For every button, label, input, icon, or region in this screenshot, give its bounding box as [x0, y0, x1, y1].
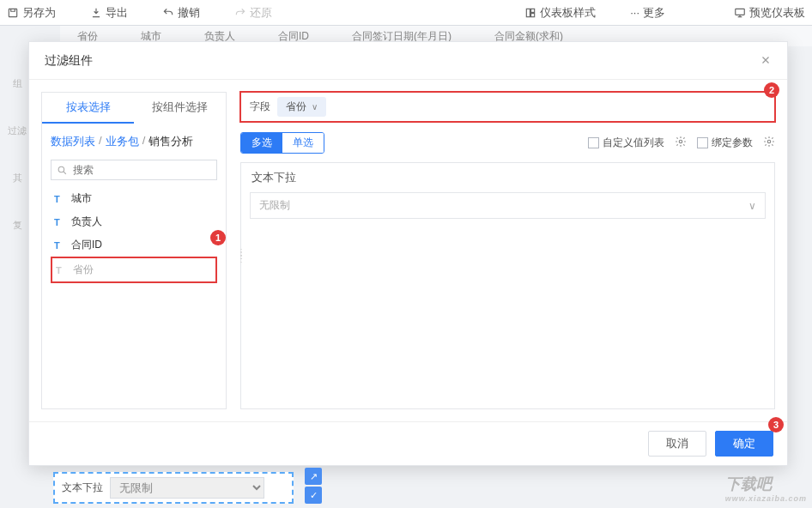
toolbar-undo-label: 撤销 — [178, 5, 200, 21]
single-select-button[interactable]: 单选 — [282, 133, 324, 153]
search-icon — [57, 165, 68, 176]
select-mode-group: 多选 单选 — [240, 132, 324, 154]
toolbar-undo[interactable]: 撤销 — [162, 5, 200, 21]
svg-point-6 — [679, 140, 682, 143]
search-box[interactable] — [51, 160, 217, 180]
toolbar-style-label: 仪表板样式 — [540, 5, 596, 21]
checkbox-label: 自定义值列表 — [603, 136, 664, 150]
filter-modal: 过滤组件 按表选择 按组件选择 数据列表 / 业务包 / 销售分析 — [28, 41, 788, 466]
svg-rect-1 — [526, 9, 530, 16]
background-toolbar: 另存为 导出 撤销 还原 仪表板样式 ··· 更多 预览仪表板 — [0, 0, 812, 26]
bg-widget-label: 文本下拉 — [62, 481, 103, 495]
monitor-icon — [734, 7, 746, 19]
field-selector-row: 字段 省份 ∨ 2 — [240, 92, 775, 122]
panel-resize-handle[interactable]: ⋮⋮⋮ — [237, 251, 245, 261]
more-icon: ··· — [630, 6, 639, 19]
limit-select-value: 无限制 — [259, 198, 290, 213]
left-panel: 按表选择 按组件选择 数据列表 / 业务包 / 销售分析 T — [41, 92, 227, 409]
left-rail-item[interactable]: 组 — [13, 77, 22, 90]
breadcrumb-link[interactable]: 业务包 — [106, 134, 139, 149]
background-filter-widget[interactable]: 文本下拉 无限制 — [53, 472, 294, 504]
tab-by-component[interactable]: 按组件选择 — [134, 93, 226, 124]
field-item-province[interactable]: T 省份 — [51, 257, 217, 283]
toolbar-export[interactable]: 导出 — [90, 5, 128, 21]
content-card: 文本下拉 无限制 ∨ — [240, 162, 775, 409]
left-rail-item[interactable]: 其 — [13, 172, 22, 184]
left-tabs: 按表选择 按组件选择 — [41, 92, 227, 124]
text-type-icon: T — [54, 194, 64, 204]
svg-point-5 — [58, 166, 64, 172]
field-pill-label: 省份 — [286, 100, 306, 114]
bind-param-checkbox[interactable]: 绑定参数 — [697, 136, 753, 150]
bg-widget-actions: ↗ ✓ — [305, 468, 322, 504]
chevron-down-icon: ∨ — [748, 200, 756, 212]
card-title: 文本下拉 — [241, 163, 774, 192]
check-icon[interactable]: ✓ — [305, 487, 322, 504]
ok-button[interactable]: 确定 — [715, 431, 773, 457]
modal-body: 按表选择 按组件选择 数据列表 / 业务包 / 销售分析 T — [29, 80, 787, 421]
custom-value-list-checkbox[interactable]: 自定义值列表 — [588, 136, 664, 150]
svg-rect-0 — [9, 9, 16, 16]
field-label: 负责人 — [71, 215, 102, 229]
annotation-badge-1: 1 — [210, 230, 226, 245]
left-rail-item[interactable]: 复 — [13, 219, 22, 232]
field-row-label: 字段 — [250, 100, 270, 114]
text-type-icon: T — [54, 240, 64, 251]
toolbar-more-label: 更多 — [643, 5, 665, 21]
toolbar-redo: 还原 — [234, 5, 272, 21]
toolbar-save-as-label: 另存为 — [22, 5, 56, 21]
arrow-icon[interactable]: ↗ — [305, 468, 322, 485]
toolbar-save-as[interactable]: 另存为 — [7, 5, 56, 21]
svg-rect-4 — [736, 9, 745, 15]
breadcrumb-current: 销售分析 — [148, 134, 193, 149]
breadcrumb-link[interactable]: 数据列表 — [51, 134, 95, 149]
text-type-icon: T — [56, 265, 66, 275]
field-label: 合同ID — [71, 238, 102, 252]
svg-rect-2 — [531, 9, 535, 12]
checkbox-box — [588, 137, 599, 148]
modal-header: 过滤组件 — [29, 42, 787, 80]
gear-icon[interactable] — [675, 136, 687, 150]
checkbox-label: 绑定参数 — [712, 136, 753, 150]
field-item-contract-id[interactable]: T 合同ID 1 — [51, 233, 217, 257]
chevron-down-icon: ∨ — [312, 102, 318, 112]
left-panel-content: 数据列表 / 业务包 / 销售分析 T 城市 T — [41, 124, 227, 409]
svg-rect-3 — [531, 13, 535, 16]
watermark: 下载吧 www.xiazaiba.com — [725, 474, 807, 503]
field-pill[interactable]: 省份 ∨ — [277, 97, 326, 117]
close-button[interactable] — [760, 53, 772, 69]
save-icon — [7, 7, 19, 19]
modal-title: 过滤组件 — [45, 53, 93, 69]
style-icon — [524, 7, 536, 19]
toolbar-redo-label: 还原 — [250, 5, 272, 21]
toolbar-export-label: 导出 — [106, 5, 128, 21]
option-row: 多选 单选 自定义值列表 绑定参数 — [240, 132, 775, 154]
annotation-badge-3: 3 — [768, 417, 784, 432]
search-input[interactable] — [73, 164, 211, 176]
redo-icon — [234, 7, 246, 19]
left-rail-item[interactable]: 过滤 — [8, 124, 27, 137]
gear-icon[interactable] — [763, 136, 775, 150]
limit-select[interactable]: 无限制 ∨ — [250, 192, 766, 219]
undo-icon — [162, 7, 174, 19]
toolbar-dashboard-style[interactable]: 仪表板样式 — [524, 5, 596, 21]
export-icon — [90, 7, 102, 19]
toolbar-more[interactable]: ··· 更多 — [630, 5, 665, 21]
svg-point-7 — [767, 140, 771, 143]
toolbar-preview-label: 预览仪表板 — [749, 5, 805, 21]
field-list: T 城市 T 负责人 T 合同ID 1 T 省份 — [51, 187, 217, 283]
breadcrumb-sep: / — [142, 134, 146, 149]
annotation-badge-2: 2 — [764, 82, 779, 98]
toolbar-preview[interactable]: 预览仪表板 — [734, 5, 805, 21]
bg-widget-select[interactable]: 无限制 — [110, 477, 264, 499]
right-panel: 字段 省份 ∨ 2 多选 单选 自定义值列表 — [240, 92, 775, 409]
tab-by-table[interactable]: 按表选择 — [42, 93, 134, 124]
breadcrumb-sep: / — [99, 134, 102, 149]
modal-footer: 取消 确定 3 — [29, 421, 787, 465]
breadcrumb: 数据列表 / 业务包 / 销售分析 — [51, 134, 217, 149]
field-item-city[interactable]: T 城市 — [51, 187, 217, 210]
field-item-owner[interactable]: T 负责人 — [51, 210, 217, 233]
close-icon — [760, 54, 772, 66]
multi-select-button[interactable]: 多选 — [241, 133, 282, 153]
cancel-button[interactable]: 取消 — [648, 431, 706, 457]
